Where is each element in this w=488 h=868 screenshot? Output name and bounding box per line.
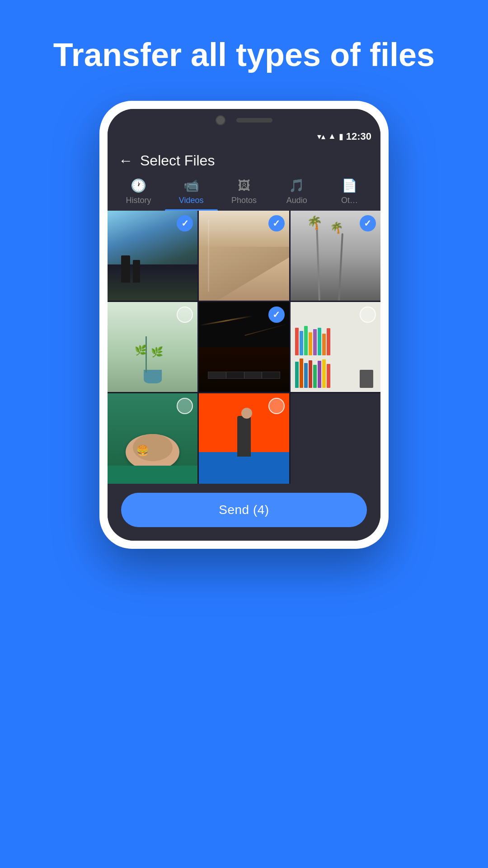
status-bar: ▾▴ ▲ ▮ 12:30	[108, 129, 380, 145]
battery-icon: ▮	[339, 132, 343, 142]
tab-other[interactable]: 📄 Ot…	[323, 175, 376, 211]
check-icon-1: ✓	[177, 215, 193, 231]
tab-audio-label: Audio	[286, 196, 307, 205]
speaker-grille	[236, 118, 272, 123]
wifi-icon: ▾▴	[317, 132, 325, 142]
hero-title: Transfer all types of files	[26, 36, 462, 74]
tab-photos[interactable]: 🖼 Photos	[218, 175, 271, 211]
phone-notch	[108, 109, 380, 129]
tab-history[interactable]: 🕐 History	[112, 175, 165, 211]
signal-icon: ▲	[328, 132, 336, 141]
photo-cell-empty	[291, 393, 380, 483]
photo-cell-6[interactable]: ✓	[291, 302, 380, 392]
photo-cell-1[interactable]: ✓	[108, 211, 197, 301]
other-icon: 📄	[342, 178, 357, 193]
history-icon: 🕐	[131, 178, 146, 193]
videos-icon: 📹	[183, 178, 199, 193]
photo-cell-2[interactable]: ✓	[199, 211, 289, 301]
photo-cell-8[interactable]: ✓	[199, 393, 289, 483]
top-bar: ← Select Files	[108, 145, 380, 175]
phone-inner: ▾▴ ▲ ▮ 12:30 ← Select Files 🕐 History 📹 …	[108, 109, 380, 541]
audio-icon: 🎵	[289, 178, 305, 193]
back-button[interactable]: ←	[118, 152, 133, 169]
photo-cell-5[interactable]: ✓	[199, 302, 289, 392]
tab-photos-label: Photos	[231, 196, 257, 205]
check-icon-3: ✓	[360, 215, 376, 231]
photo-grid: ✓ ✓ 🌴	[108, 211, 380, 484]
tab-videos[interactable]: 📹 Videos	[165, 175, 218, 211]
bottom-bar: Send (4)	[108, 484, 380, 541]
photo-cell-7[interactable]: 🍔 ✓	[108, 393, 197, 483]
tab-audio[interactable]: 🎵 Audio	[270, 175, 323, 211]
status-icons: ▾▴ ▲ ▮ 12:30	[317, 131, 371, 142]
tab-history-label: History	[126, 196, 151, 205]
check-icon-5: ✓	[268, 307, 285, 323]
tab-other-label: Ot…	[341, 196, 358, 205]
photo-cell-4[interactable]: 🌿 🌿 ✓	[108, 302, 197, 392]
phone-shell: ▾▴ ▲ ▮ 12:30 ← Select Files 🕐 History 📹 …	[99, 101, 389, 549]
photo-cell-3[interactable]: 🌴 🌴 ✓	[291, 211, 380, 301]
send-button[interactable]: Send (4)	[121, 493, 367, 527]
page-title: Select Files	[140, 152, 215, 169]
tabs-bar: 🕐 History 📹 Videos 🖼 Photos 🎵 Audio 📄 Ot…	[108, 175, 380, 211]
camera-icon	[216, 115, 225, 125]
check-icon-2: ✓	[268, 215, 285, 231]
tab-videos-label: Videos	[179, 196, 204, 205]
status-time: 12:30	[346, 131, 371, 142]
check-icon-8: ✓	[268, 398, 285, 414]
check-icon-6: ✓	[360, 307, 376, 323]
photos-icon: 🖼	[238, 178, 250, 193]
